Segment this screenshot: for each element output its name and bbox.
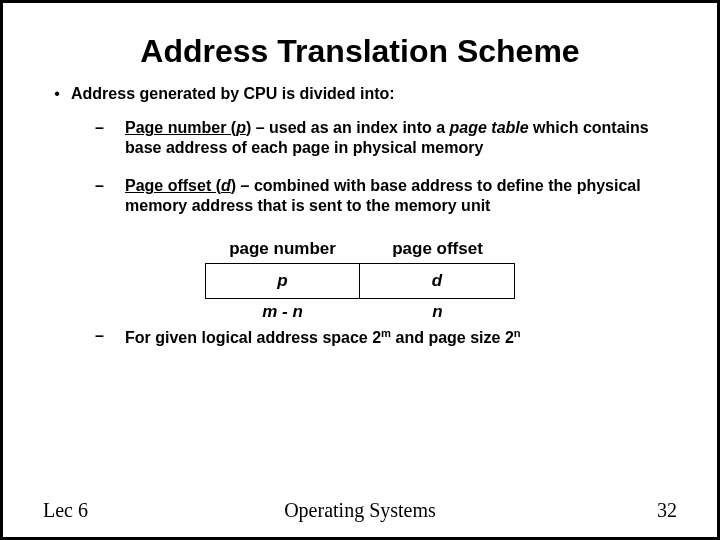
header-page-number: page number: [205, 234, 360, 263]
box-p: p: [205, 263, 360, 298]
header-page-offset: page offset: [360, 234, 515, 263]
bullet-text: Page number (p) – used as an index into …: [125, 118, 677, 158]
term-page-offset: Page offset (d): [125, 177, 236, 194]
bullet-level2: – For given logical address space 2m and…: [95, 326, 677, 348]
diagram-headers: page number page offset: [205, 234, 515, 263]
footer-page-number: 32: [657, 499, 677, 522]
footer-lecture: Lec 6: [43, 499, 88, 522]
bullet-dash: –: [95, 326, 125, 348]
diagram-boxes: p d: [205, 263, 515, 298]
box-d: d: [360, 263, 515, 298]
bullet-level2: – Page offset (d) – combined with base a…: [95, 176, 677, 216]
width-n: n: [360, 299, 515, 322]
bullet-dash: –: [95, 118, 125, 158]
slide: Address Translation Scheme • Address gen…: [0, 0, 720, 540]
slide-content: • Address generated by CPU is divided in…: [43, 84, 677, 499]
slide-title: Address Translation Scheme: [43, 33, 677, 70]
bullet-level1: • Address generated by CPU is divided in…: [43, 84, 677, 104]
bullet-text: Address generated by CPU is divided into…: [71, 84, 395, 104]
address-diagram: page number page offset p d m - n n: [205, 234, 515, 322]
bullet-dot: •: [43, 84, 71, 104]
width-mn: m - n: [205, 299, 360, 322]
bullet-dash: –: [95, 176, 125, 216]
term-page-number: Page number (p): [125, 119, 251, 136]
bullet-text: Page offset (d) – combined with base add…: [125, 176, 677, 216]
bullet-level2: – Page number (p) – used as an index int…: [95, 118, 677, 158]
diagram-widths: m - n n: [205, 299, 515, 322]
footer: Lec 6 Operating Systems 32: [43, 499, 677, 522]
bullet-text: For given logical address space 2m and p…: [125, 326, 521, 348]
footer-course: Operating Systems: [3, 499, 717, 522]
